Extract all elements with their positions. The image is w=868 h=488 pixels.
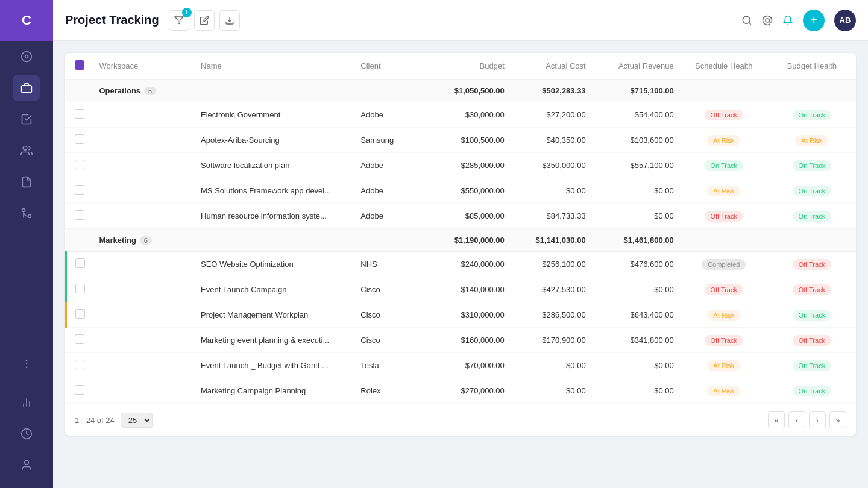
row-check-cell[interactable] xyxy=(66,102,93,128)
row-checkbox[interactable] xyxy=(75,284,85,293)
add-button[interactable]: + xyxy=(803,10,825,31)
row-actual-cost: $286,500.00 xyxy=(511,302,592,328)
row-name: Electronic Government xyxy=(195,102,354,128)
row-checkbox[interactable] xyxy=(75,309,85,319)
search-button[interactable] xyxy=(741,15,752,26)
project-name: Software localization plan xyxy=(201,161,289,170)
row-check-cell[interactable] xyxy=(66,128,93,153)
edit-button[interactable] xyxy=(194,10,215,31)
project-name: MS Solutions Framework app devel... xyxy=(201,186,331,195)
sidebar-item-tasks[interactable] xyxy=(13,106,40,133)
row-budget: $140,000.00 xyxy=(423,277,511,302)
table-row[interactable]: Software localization plan Adobe $285,00… xyxy=(66,153,857,178)
schedule-health-badge: On Track xyxy=(704,160,743,171)
project-table-card: Workspace Name Client Budget Actual Cost… xyxy=(65,53,856,436)
table-row[interactable]: Human resource information syste... Adob… xyxy=(66,204,857,229)
group-budget: $1,050,500.00 xyxy=(423,80,511,102)
sidebar-item-home[interactable] xyxy=(13,43,40,70)
row-actual-cost: $0.00 xyxy=(511,178,592,204)
row-budget: $285,000.00 xyxy=(423,153,511,178)
row-budget-health: Off Track xyxy=(768,252,856,277)
col-header-name: Name xyxy=(195,53,354,80)
sidebar-item-projects[interactable] xyxy=(13,75,40,101)
table-row[interactable]: Event Launch _ Budget with Gantt ... Tes… xyxy=(66,353,857,378)
table-row[interactable]: MS Solutions Framework app devel... Adob… xyxy=(66,178,857,204)
row-checkbox[interactable] xyxy=(75,360,84,369)
app-logo[interactable]: C xyxy=(0,0,53,41)
svg-point-6 xyxy=(26,360,28,361)
sidebar-item-team[interactable] xyxy=(13,137,40,164)
row-name: Project Management Workplan xyxy=(195,302,354,328)
table-row[interactable]: SEO Website Optimization NHS $240,000.00… xyxy=(66,252,857,277)
row-schedule-health: At Risk xyxy=(680,128,768,153)
row-schedule-health: At Risk xyxy=(680,178,768,204)
budget-health-badge: At Risk xyxy=(795,135,828,146)
sidebar-item-git[interactable] xyxy=(13,200,40,227)
project-name: Apotex-Ariba-Sourcing xyxy=(201,136,280,145)
row-check-cell[interactable] xyxy=(66,378,93,404)
budget-health-badge: Off Track xyxy=(793,259,831,270)
table-row[interactable]: Event Launch Campaign Cisco $140,000.00 … xyxy=(66,277,857,302)
row-checkbox[interactable] xyxy=(75,134,84,144)
svg-point-4 xyxy=(28,215,31,218)
row-budget: $310,000.00 xyxy=(423,302,511,328)
first-page-button[interactable]: « xyxy=(768,411,785,428)
row-budget: $550,000.00 xyxy=(423,178,511,204)
schedule-health-badge: Off Track xyxy=(705,110,743,120)
row-actual-cost: $0.00 xyxy=(511,378,592,404)
select-all-checkbox[interactable] xyxy=(75,60,84,70)
row-checkbox[interactable] xyxy=(75,334,84,344)
budget-health-badge: Off Track xyxy=(793,284,831,295)
next-page-button[interactable]: › xyxy=(809,411,826,428)
row-checkbox[interactable] xyxy=(75,385,84,395)
at-button[interactable] xyxy=(762,15,773,26)
table-row[interactable]: Project Management Workplan Cisco $310,0… xyxy=(66,302,857,328)
sidebar-item-analytics[interactable] xyxy=(13,389,40,416)
row-checkbox[interactable] xyxy=(75,258,85,268)
table-row[interactable]: Electronic Government Adobe $30,000.00 $… xyxy=(66,102,857,128)
row-checkbox[interactable] xyxy=(75,210,84,220)
download-button[interactable] xyxy=(219,10,240,31)
sidebar-item-people[interactable] xyxy=(13,452,40,478)
pagination-nav: « ‹ › » xyxy=(768,411,846,428)
row-check-cell[interactable] xyxy=(66,302,93,328)
user-avatar[interactable]: AB xyxy=(834,10,856,31)
row-check-cell[interactable] xyxy=(66,153,93,178)
row-checkbox[interactable] xyxy=(75,160,84,169)
project-name: SEO Website Optimization xyxy=(201,260,294,269)
row-check-cell[interactable] xyxy=(66,204,93,229)
row-name: Event Launch Campaign xyxy=(195,277,354,302)
row-schedule-health: Off Track xyxy=(680,328,768,353)
table-row[interactable]: Marketing event planning & executi... Ci… xyxy=(66,328,857,353)
project-name: Marketing event planning & executi... xyxy=(201,336,329,345)
row-actual-revenue: $0.00 xyxy=(592,204,680,229)
prev-page-button[interactable]: ‹ xyxy=(788,411,805,428)
table-row[interactable]: Apotex-Ariba-Sourcing Samsung $100,500.0… xyxy=(66,128,857,153)
filter-button[interactable]: 1 xyxy=(169,10,189,31)
sidebar-item-more[interactable] xyxy=(13,351,40,377)
sidebar-item-time[interactable] xyxy=(13,421,40,447)
col-header-check[interactable] xyxy=(66,53,93,80)
row-check-cell[interactable] xyxy=(66,328,93,353)
row-check-cell[interactable] xyxy=(66,252,93,277)
row-name: Marketing Campaign Planning xyxy=(195,378,354,404)
table-row[interactable]: Marketing Campaign Planning Rolex $270,0… xyxy=(66,378,857,404)
schedule-health-badge: At Risk xyxy=(707,360,740,371)
row-check-cell[interactable] xyxy=(66,178,93,204)
row-checkbox[interactable] xyxy=(75,109,84,119)
pagination-bar: 1 - 24 of 24 25 « ‹ › » xyxy=(65,404,856,436)
budget-health-badge: On Track xyxy=(793,386,832,396)
row-client: Adobe xyxy=(354,102,422,128)
row-check-cell[interactable] xyxy=(66,353,93,378)
page-size-select[interactable]: 25 xyxy=(121,413,153,428)
row-check-cell[interactable] xyxy=(66,277,93,302)
col-header-client: Client xyxy=(354,53,422,80)
last-page-button[interactable]: » xyxy=(829,411,846,428)
notifications-button[interactable] xyxy=(782,15,793,26)
row-checkbox[interactable] xyxy=(75,185,84,195)
budget-health-badge: On Track xyxy=(793,310,832,321)
project-name: Human resource information syste... xyxy=(201,211,327,221)
row-client: Cisco xyxy=(354,277,422,302)
sidebar-item-docs[interactable] xyxy=(13,169,40,195)
group-budget-health xyxy=(768,80,856,102)
